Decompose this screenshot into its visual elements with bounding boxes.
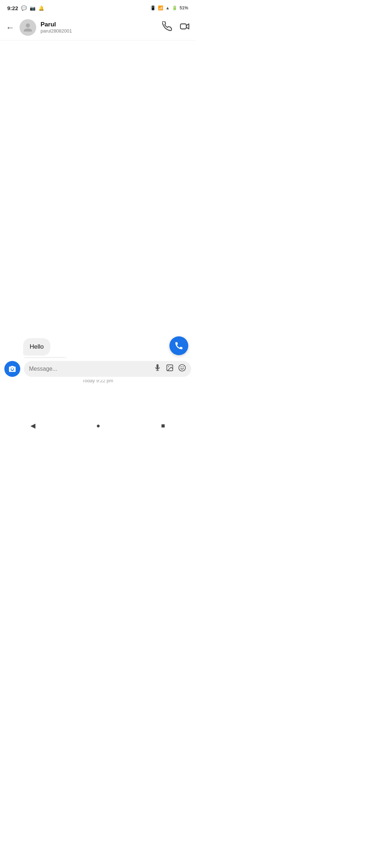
phone-button[interactable] [162,21,172,34]
whatsapp-icon: 💬 [21,5,27,11]
message-input-wrap [24,361,191,377]
emoji-icon [178,364,186,372]
nav-bar: ◀ ● ■ [0,419,196,434]
input-bar [0,358,196,380]
avatar [20,19,36,36]
svg-rect-0 [180,24,186,29]
mic-button[interactable] [154,364,161,374]
alert-icon: 🔔 [38,5,44,11]
status-time: 9:22 💬 📷 🔔 [7,5,44,11]
fab-icon [174,341,184,350]
battery-percent: 51% [180,5,188,10]
header-actions [162,21,190,34]
chat-header: ← Parul parul28082001 [0,14,196,41]
wifi-calling-icon: 📶 [158,5,163,10]
nav-recents-button[interactable]: ■ [161,422,165,430]
battery-icon: 🔋 [172,5,177,10]
chat-area: Hello How are you Today 9:22 pm [0,41,196,395]
contact-username: parul28082001 [41,28,162,34]
nav-home-button[interactable]: ● [96,422,100,430]
mic-icon [154,364,161,372]
svg-point-3 [179,365,185,371]
bubble-hello: Hello [23,338,50,356]
status-bar: 9:22 💬 📷 🔔 📳 📶 ▲ 🔋 51% [0,0,196,14]
video-button[interactable] [180,21,190,34]
image-icon [166,364,174,372]
emoji-button[interactable] [178,364,186,374]
svg-point-2 [168,366,169,367]
back-button[interactable]: ← [6,23,14,32]
image-button[interactable] [166,364,174,374]
camera-button[interactable] [4,361,20,377]
time-display: 9:22 [7,5,18,11]
contact-info: Parul parul28082001 [41,21,162,34]
vibrate-icon: 📳 [150,5,156,10]
camera-icon [8,365,16,373]
status-right-icons: 📳 📶 ▲ 🔋 51% [150,5,188,10]
signal-icon: ▲ [165,5,170,10]
message-input[interactable] [29,366,149,372]
avatar-icon [23,22,33,33]
contact-name: Parul [41,21,162,28]
message-hello-bubble: Hello [6,338,190,356]
nav-back-button[interactable]: ◀ [30,422,35,430]
instagram-icon: 📷 [30,5,35,11]
fab-button[interactable] [169,336,188,355]
